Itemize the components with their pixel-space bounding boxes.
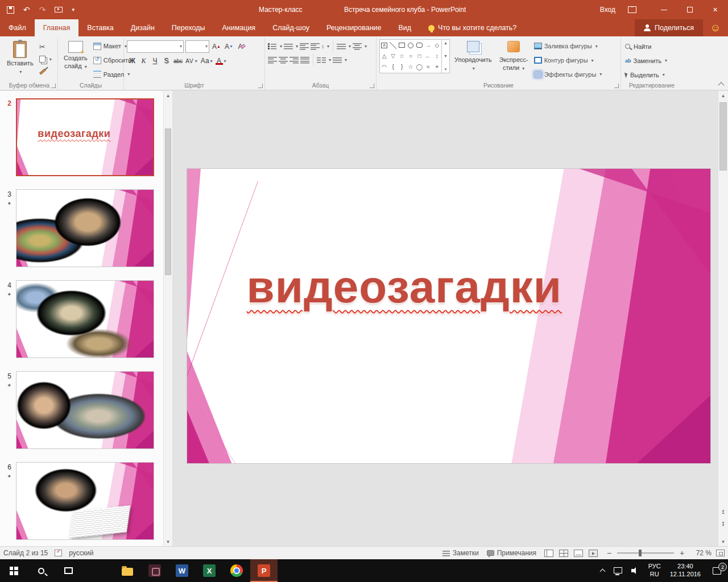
zoom-in-button[interactable]: + [679, 548, 685, 558]
scroll-up-icon[interactable]: ▲ [164, 91, 172, 100]
slide-canvas[interactable]: видеозагадки [172, 91, 718, 546]
shapes-gallery-scrollbar[interactable]: ▲ ▼ ▾ [441, 40, 449, 73]
paste-button[interactable]: Вставить ▾ [4, 39, 36, 80]
brace-left-shape-icon[interactable]: { [392, 64, 394, 70]
collapse-ribbon-icon[interactable] [718, 82, 724, 88]
scrollbar-thumb[interactable] [165, 128, 171, 275]
cut-button[interactable]: ✂ [38, 41, 53, 52]
rounded-rectangle-shape-icon[interactable] [416, 43, 423, 48]
clock[interactable]: 23:40 12.11.2016 [665, 559, 705, 582]
font-size-combo[interactable]: ▾ [185, 40, 209, 53]
rectangle-shape-icon[interactable] [399, 43, 405, 48]
arrow-shape-icon[interactable]: → [425, 42, 431, 48]
arrange-button[interactable]: Упорядочить ▾ [452, 39, 494, 80]
bold-button[interactable]: Ж [127, 55, 138, 67]
excel-button[interactable]: X [196, 559, 223, 582]
action-center-button[interactable]: 2 [705, 559, 728, 582]
slide-editor[interactable]: видеозагадки [187, 168, 711, 464]
maximize-button[interactable] [677, 0, 702, 19]
tab-file[interactable]: Файл [0, 19, 35, 36]
format-painter-button[interactable] [38, 66, 53, 77]
save-icon[interactable] [7, 6, 14, 14]
shapes-scroll-down-icon[interactable]: ▼ [444, 54, 448, 58]
align-left-icon[interactable] [268, 56, 277, 64]
numbering-icon[interactable] [284, 43, 293, 50]
network-button[interactable] [609, 559, 627, 582]
brace-right-shape-icon[interactable]: } [401, 64, 403, 70]
line-spacing-icon[interactable]: ↕ [321, 43, 324, 49]
square-shape-icon[interactable]: □ [417, 53, 421, 59]
comments-button[interactable]: Примечания [487, 549, 536, 557]
zoom-slider[interactable] [617, 552, 674, 554]
font-dialog-launcher[interactable] [258, 84, 263, 88]
font-color-button[interactable]: А▾ [214, 55, 228, 67]
shape-effects-button[interactable]: Эффекты фигуры▾ [533, 68, 603, 80]
share-button[interactable]: Поделиться [635, 19, 703, 36]
text-box-shape-icon[interactable]: A [381, 43, 387, 48]
columns-icon[interactable] [317, 56, 326, 64]
tray-expand-button[interactable] [596, 559, 609, 582]
undo-icon[interactable]: ↶ [23, 5, 30, 14]
shapes-more-icon[interactable]: ▾ [445, 67, 447, 72]
find-button[interactable]: Найти [624, 40, 680, 52]
diamond-shape-icon[interactable]: ◇ [435, 42, 439, 48]
tab-home[interactable]: Главная [35, 19, 79, 36]
text-shadow-button[interactable]: S [161, 55, 172, 67]
drawing-dialog-launcher[interactable] [614, 84, 619, 88]
powerpoint-button[interactable]: P [250, 559, 278, 582]
tab-transitions[interactable]: Переходы [163, 19, 214, 36]
fit-to-window-icon[interactable] [716, 550, 725, 556]
clear-formatting-button[interactable]: А [236, 40, 247, 52]
word-button[interactable]: W [168, 559, 196, 582]
pentagon-shape-icon[interactable]: ◯ [416, 64, 423, 70]
change-case-button[interactable]: Аа▾ [200, 55, 214, 67]
text-direction-icon[interactable] [337, 43, 346, 50]
copy-button[interactable]: ▾ [38, 54, 53, 64]
tell-me-box[interactable]: Что вы хотите сделать? [420, 19, 525, 36]
notes-button[interactable]: Заметки [442, 549, 479, 557]
slide-sorter-view-button[interactable] [559, 550, 568, 557]
previous-slide-button[interactable]: ▲▲ [718, 506, 728, 517]
slide-thumbnail-2[interactable]: видеозагадки [16, 98, 154, 176]
reading-view-button[interactable] [574, 550, 583, 557]
zoom-level[interactable]: 72 % [690, 549, 712, 557]
canvas-scrollbar[interactable]: ▲ ▲▲ ▼▼ ▼ [718, 91, 728, 546]
tab-review[interactable]: Рецензирование [318, 19, 390, 36]
ribbon-display-options-icon[interactable] [628, 6, 636, 13]
triangle-shape-icon[interactable]: △ [382, 53, 387, 59]
zoom-out-button[interactable]: − [606, 548, 613, 558]
thumbnails-scrollbar[interactable]: ▲ ▼ [163, 91, 172, 546]
file-explorer-button[interactable] [114, 559, 141, 582]
chrome-button[interactable] [223, 559, 250, 582]
task-view-button[interactable] [55, 559, 82, 582]
smartart-convert-icon[interactable] [333, 56, 342, 64]
start-button[interactable] [0, 559, 27, 582]
sign-in-button[interactable]: Вход [588, 6, 628, 14]
plus-shape-icon[interactable]: + [435, 64, 439, 70]
replace-button[interactable]: abЗаменить▾ [624, 55, 680, 66]
tab-slideshow[interactable]: Слайд-шоу [264, 19, 318, 36]
tab-design[interactable]: Дизайн [122, 19, 163, 36]
taskbar-search-button[interactable] [27, 559, 55, 582]
redo-icon[interactable]: ↷ [39, 5, 46, 14]
left-arrow-shape-icon[interactable]: ← [425, 53, 431, 59]
scroll-down-icon[interactable]: ▼ [718, 537, 728, 546]
circle-shape-icon[interactable]: ○ [409, 53, 412, 59]
next-slide-button[interactable]: ▼▼ [718, 519, 728, 529]
scroll-up-icon[interactable]: ▲ [718, 91, 728, 100]
align-right-icon[interactable] [289, 56, 299, 64]
paragraph-dialog-launcher[interactable] [370, 84, 374, 88]
line-shape-icon[interactable] [390, 42, 396, 49]
close-button[interactable]: × [702, 0, 728, 19]
language-indicator[interactable]: русский [69, 549, 93, 557]
slide-thumbnail-4[interactable] [16, 280, 154, 358]
triangle-down-shape-icon[interactable]: ▽ [391, 53, 395, 59]
tab-animation[interactable]: Анимация [213, 19, 264, 36]
shrink-font-button[interactable]: А▼ [224, 40, 234, 52]
grow-font-button[interactable]: А▲ [211, 40, 222, 52]
clipboard-dialog-launcher[interactable] [51, 84, 56, 88]
scroll-down-icon[interactable]: ▼ [164, 537, 172, 546]
tab-view[interactable]: Вид [390, 19, 420, 36]
shapes-scroll-up-icon[interactable]: ▲ [444, 41, 448, 45]
customize-qat-icon[interactable]: ▾ [72, 7, 75, 13]
